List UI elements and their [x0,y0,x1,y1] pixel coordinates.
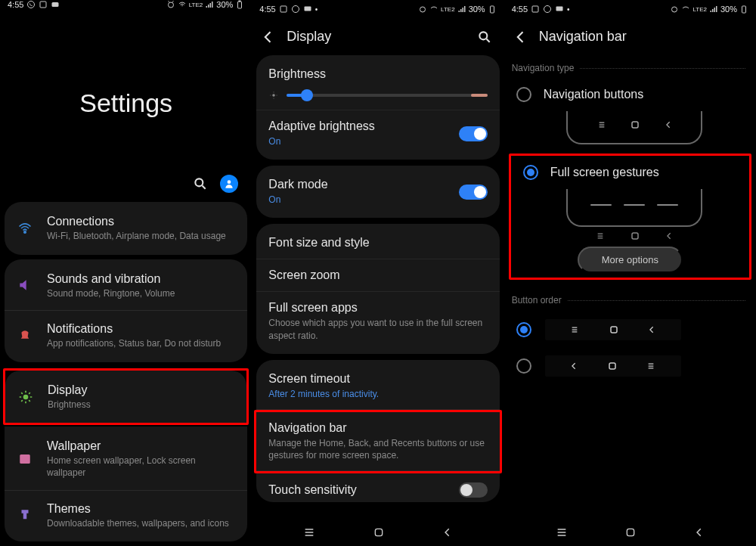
touch-sensitivity-toggle[interactable] [459,482,488,498]
alarm-icon [166,0,175,9]
whatsapp-icon [26,0,36,9]
message-icon [303,5,312,14]
navbar-row-highlight: Navigation bar Manage the Home, Back, an… [254,410,501,473]
settings-item-wallpaper[interactable]: Wallpaper Home screen wallpaper, Lock sc… [5,428,247,490]
settings-item-connections[interactable]: Connections Wi-Fi, Bluetooth, Airplane m… [5,203,247,253]
back-icon[interactable] [261,29,276,45]
button-order-option-1[interactable] [504,312,756,348]
font-size-row[interactable]: Font size and style [256,227,499,259]
signal-icon [709,5,718,14]
account-avatar[interactable] [220,175,238,193]
home-button[interactable] [373,526,385,538]
svg-rect-25 [632,122,638,128]
radio-unchecked-icon [516,87,531,102]
button-order-header: Button order [504,287,756,312]
recents-button[interactable] [303,526,315,538]
svg-rect-4 [238,2,242,8]
settings-card-3b: Wallpaper Home screen wallpaper, Lock sc… [5,427,247,541]
svg-rect-19 [375,529,382,535]
svg-point-21 [544,6,551,13]
svg-rect-2 [52,2,59,7]
home-button[interactable] [624,526,637,538]
battery-icon [739,5,748,14]
svg-point-8 [24,231,26,234]
screen-zoom-row[interactable]: Screen zoom [256,259,499,292]
svg-point-7 [228,180,231,184]
display-header: Display [252,18,503,55]
svg-point-0 [28,2,35,8]
full-screen-gestures-option[interactable]: Full screen gestures [511,156,749,185]
adaptive-brightness-row[interactable]: Adaptive brightness On [256,110,499,157]
svg-rect-20 [532,6,538,12]
wifi-icon [17,220,33,237]
settings-card-2: Sounds and vibration Sound mode, Rington… [5,259,247,362]
screen-timeout-row[interactable]: Screen timeout After 2 minutes of inacti… [256,363,499,410]
svg-rect-26 [632,233,638,239]
recents-button[interactable] [556,526,568,538]
status-bar: 4:55 • LTE2 30% [504,0,756,18]
svg-rect-22 [556,7,563,11]
adaptive-brightness-toggle[interactable] [459,126,488,141]
youtube-icon [51,0,60,9]
order-preview-1 [545,319,681,340]
button-order-option-2[interactable] [504,348,756,384]
radio-checked-icon [523,165,538,180]
wifi-status-icon [429,5,438,14]
signal-icon [457,5,466,14]
image-icon [17,451,33,467]
gestures-preview [550,189,719,240]
radio-checked-icon [516,322,531,337]
battery-pct: 30% [216,0,233,9]
svg-rect-28 [609,363,615,369]
navbar-header: Navigation bar [504,18,756,55]
back-button[interactable] [694,527,705,538]
svg-rect-1 [40,2,46,8]
back-glyph-icon [665,120,672,129]
svg-point-23 [672,7,677,12]
search-icon[interactable] [193,176,208,191]
svg-point-15 [420,7,426,12]
svg-rect-27 [611,327,617,333]
alarm-icon [670,5,679,14]
full-screen-apps-row[interactable]: Full screen apps Choose which apps you w… [256,292,499,350]
back-glyph-icon [665,231,673,240]
dark-mode-row[interactable]: Dark mode On [256,169,499,215]
brightness-slider[interactable] [287,94,487,97]
sun-icon [17,389,34,405]
nav-buttons-option[interactable]: Navigation buttons [504,79,756,107]
dark-mode-toggle[interactable] [459,185,488,200]
recents-glyph-icon [596,232,605,240]
settings-item-notifications[interactable]: Notifications App notifications, Status … [5,311,247,361]
image-icon [531,5,540,14]
more-options-button[interactable]: More options [578,247,683,273]
display-item-highlight: Display Brightness [3,368,249,426]
search-icon[interactable] [477,29,492,45]
phone-screen-settings: 4:55 LTE2 30% Settings Connections [0,0,252,546]
settings-item-themes[interactable]: Themes Downloadable themes, wallpapers, … [5,491,247,541]
whatsapp-icon [543,5,552,14]
settings-item-display[interactable]: Display Brightness [5,372,246,422]
back-button[interactable] [442,527,453,538]
svg-point-9 [23,394,29,399]
system-nav-bar [504,519,756,546]
message-icon [555,5,564,14]
wifi-status-icon [178,0,187,9]
wifi-status-icon [681,5,690,14]
brightness-row: Brightness [256,58,499,110]
settings-item-sounds[interactable]: Sounds and vibration Sound mode, Rington… [5,261,247,312]
radio-unchecked-icon [516,358,531,374]
touch-sensitivity-row[interactable]: Touch sensitivity [256,473,499,502]
image-icon [39,0,48,9]
nav-buttons-preview [544,111,726,144]
settings-title: Settings [0,88,252,118]
recents-glyph-icon [597,121,606,129]
whatsapp-icon [291,5,300,14]
back-icon[interactable] [513,29,528,45]
alarm-icon [418,5,427,14]
svg-rect-5 [239,1,240,2]
navigation-bar-row[interactable]: Navigation bar Manage the Home, Back, an… [256,412,499,471]
gestures-option-highlight: Full screen gestures More options [509,154,751,280]
order-preview-2 [545,355,681,377]
svg-rect-10 [20,454,30,464]
volume-icon [17,277,33,293]
